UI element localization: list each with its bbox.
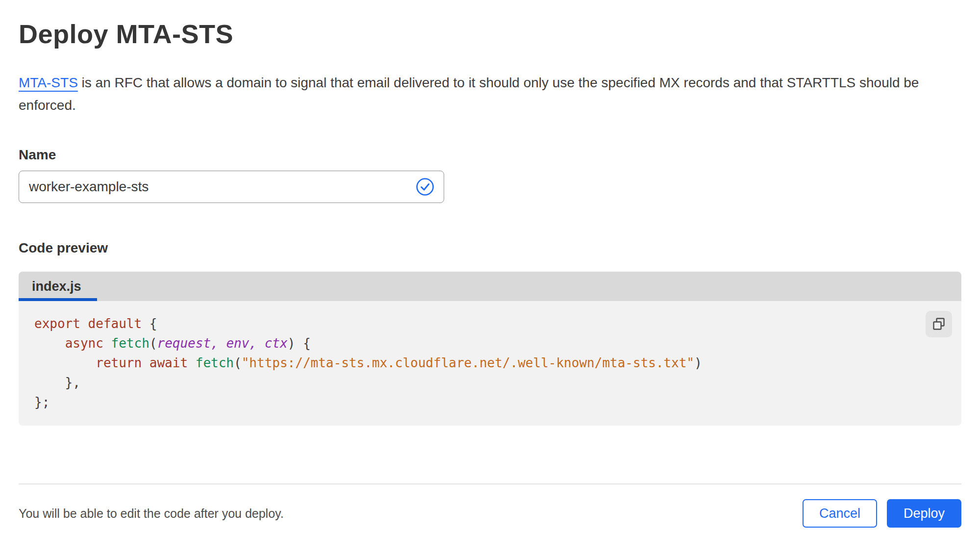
copy-button[interactable] — [926, 311, 952, 337]
copy-icon — [932, 317, 946, 331]
code-lines: export default { async fetch(request, en… — [34, 314, 917, 412]
name-label: Name — [19, 147, 961, 163]
description: MTA-STS is an RFC that allows a domain t… — [19, 72, 948, 117]
footer-actions: Cancel Deploy — [803, 499, 961, 528]
name-input[interactable] — [19, 171, 444, 203]
tab-index-js[interactable]: index.js — [19, 272, 97, 301]
cancel-button[interactable]: Cancel — [803, 499, 877, 528]
description-text: is an RFC that allows a domain to signal… — [19, 75, 919, 113]
footer-note: You will be able to edit the code after … — [19, 507, 284, 521]
code-block: export default { async fetch(request, en… — [19, 301, 961, 426]
code-preview-card: index.js export default { async fetch(re… — [19, 272, 961, 426]
tab-label: index.js — [32, 279, 81, 294]
name-input-wrap — [19, 171, 444, 203]
footer-divider — [19, 483, 961, 484]
deploy-mta-sts-page: Deploy MTA-STS MTA-STS is an RFC that al… — [0, 0, 980, 558]
footer: You will be able to edit the code after … — [19, 499, 961, 528]
code-tab-bar: index.js — [19, 272, 961, 301]
page-title: Deploy MTA-STS — [19, 19, 961, 49]
code-preview-label: Code preview — [19, 240, 961, 256]
deploy-button[interactable]: Deploy — [887, 499, 961, 528]
mta-sts-link[interactable]: MTA-STS — [19, 75, 78, 90]
